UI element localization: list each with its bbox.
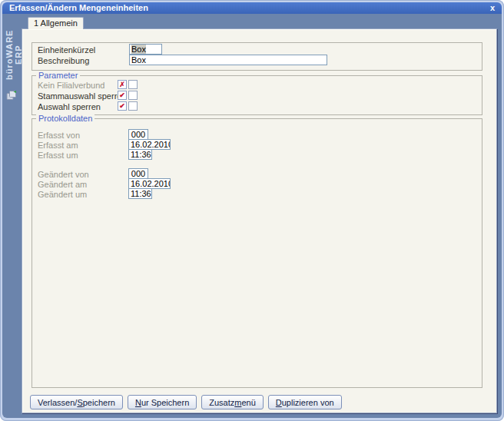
button-text: peichern <box>83 398 115 407</box>
button-text: Verlassen/ <box>38 398 77 407</box>
description-label: Beschreibung <box>38 56 89 65</box>
geaendert-am-label: Geändert am <box>38 180 87 189</box>
checkbox-auswahl-sperren[interactable] <box>128 101 138 111</box>
description-field[interactable]: Box <box>129 55 327 65</box>
unit-code-field[interactable]: Box <box>129 44 162 55</box>
overlapping-windows-icon[interactable] <box>6 90 17 101</box>
erfasst-von-label: Erfasst von <box>38 131 80 140</box>
param-row-label: Stammauswahl sperren <box>38 91 127 101</box>
description-value: Box <box>131 55 146 65</box>
close-icon[interactable]: x <box>490 2 495 14</box>
erfasst-um-label: Erfasst um <box>38 151 78 160</box>
button-accel: S <box>77 398 82 407</box>
state-check-icon[interactable]: ✔ <box>118 91 127 100</box>
geaendert-am-value: 16.02.2010 /Di <box>131 179 171 188</box>
parameter-legend: Parameter <box>36 71 80 81</box>
duplizieren-von-button[interactable]: Duplizieren von <box>268 395 342 409</box>
unit-code-value: Box <box>131 45 146 54</box>
erfasst-am-value: 16.02.2010 /Di <box>131 140 171 149</box>
erfasst-am-label: Erfasst am <box>38 141 78 150</box>
dialog-frame: büroWARE ERP 1 Allgemein Einheitenkürzel… <box>2 14 502 418</box>
button-text: uplizieren von <box>282 398 334 407</box>
tab-allgemein[interactable]: 1 Allgemein <box>28 17 84 29</box>
dialog-title: Erfassen/Ändern Mengeneinheiten <box>9 3 148 12</box>
button-row: Verlassen/Speichern Nur Speichern Zusatz… <box>30 395 342 409</box>
erfasst-am-field[interactable]: 16.02.2010 /Di <box>128 139 171 150</box>
zusatzmenu-button[interactable]: Zusatzmenü <box>201 395 264 409</box>
brand-vertical-label: büroWARE ERP <box>5 23 20 86</box>
erfasst-von-field[interactable]: 000 <box>128 129 148 140</box>
unit-code-label: Einheitenkürzel <box>38 45 95 55</box>
geaendert-am-field[interactable]: 16.02.2010 /Di <box>128 178 171 189</box>
nur-speichern-button[interactable]: Nur Speichern <box>128 395 197 409</box>
state-cross-icon[interactable]: ✗ <box>118 80 127 89</box>
checkbox-kein-filialverbund[interactable] <box>128 80 138 89</box>
button-accel: N <box>135 398 141 407</box>
button-accel: D <box>276 398 282 407</box>
geaendert-von-field[interactable]: 000 <box>128 168 148 179</box>
geaendert-von-label: Geändert von <box>38 170 89 179</box>
erfasst-um-value: 11:36 <box>131 150 151 159</box>
button-text: ur Speichern <box>141 398 189 407</box>
geaendert-um-value: 11:36 <box>131 189 151 198</box>
param-row-label: Kein Filialverbund <box>38 81 104 90</box>
titlebar[interactable]: Erfassen/Ändern Mengeneinheiten x <box>2 2 502 14</box>
verlassen-speichern-button[interactable]: Verlassen/Speichern <box>30 395 123 409</box>
param-row-label: Auswahl sperren <box>38 102 101 111</box>
geaendert-um-label: Geändert um <box>38 190 87 199</box>
form-panel: Einheitenkürzel Box Beschreibung Box Par… <box>22 28 497 413</box>
geaendert-um-field[interactable]: 11:36 <box>128 188 152 199</box>
protokolldaten-legend: Protokolldaten <box>36 114 94 124</box>
erfasst-um-field[interactable]: 11:36 <box>128 149 152 160</box>
button-accel: m <box>234 398 241 407</box>
geaendert-von-value: 000 <box>131 169 145 178</box>
dialog-window: Erfassen/Ändern Mengeneinheiten x büroWA… <box>0 0 504 421</box>
button-text: enü <box>241 398 255 407</box>
checkbox-stammauswahl-sperren[interactable] <box>128 91 138 100</box>
groupbox-protokolldaten: Protokolldaten <box>32 118 482 388</box>
state-check-icon[interactable]: ✔ <box>118 101 127 111</box>
erfasst-von-value: 000 <box>131 130 145 139</box>
button-text: Zusatz <box>209 398 234 407</box>
